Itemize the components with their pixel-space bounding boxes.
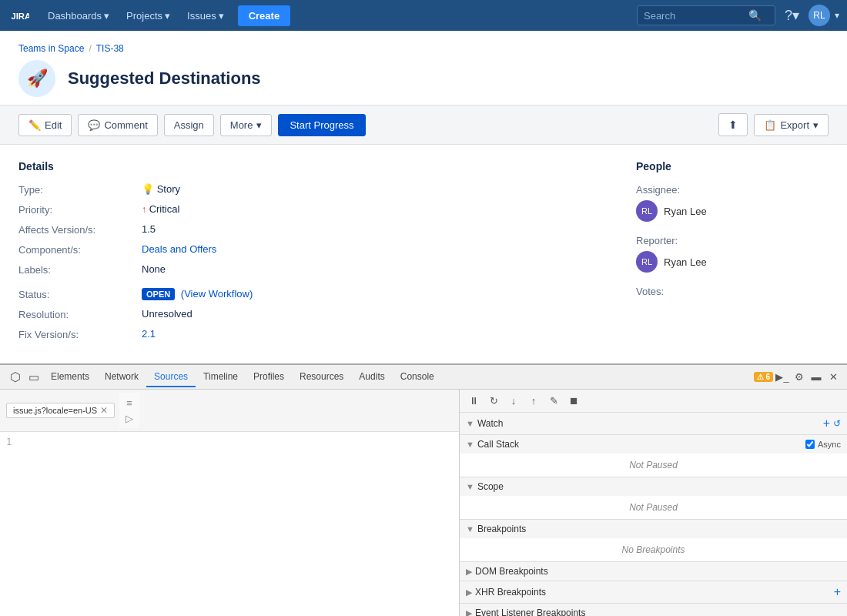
type-value: 💡 Story [142, 183, 180, 195]
top-navigation: JIRA Dashboards ▾ Projects ▾ Issues ▾ Cr… [0, 0, 847, 31]
call-stack-header[interactable]: ▼ Call Stack Async [460, 435, 847, 454]
issue-toolbar: ✏️ Edit 💬 Comment Assign More ▾ Start Pr… [0, 105, 847, 145]
file-tab-close[interactable]: ✕ [100, 405, 108, 416]
async-checkbox-row: Async [805, 440, 841, 449]
assignee-avatar: RL [636, 200, 658, 222]
breakpoints-header[interactable]: ▼ Breakpoints [460, 520, 847, 538]
event-listener-header[interactable]: ▶ Event Listener Breakpoints [460, 604, 847, 616]
scope-section: ▼ Scope Not Paused [460, 477, 847, 520]
xhr-add-btn[interactable]: + [834, 585, 841, 599]
edit-icon: ✏️ [28, 119, 41, 131]
priority-value: ↑ Critical [142, 203, 179, 215]
search-icon: 🔍 [748, 9, 762, 22]
tab-profiles[interactable]: Profiles [246, 367, 292, 387]
step-into-button[interactable]: ↓ [506, 393, 521, 409]
status-group: Status: OPEN (View Workflow) Resolution:… [18, 288, 253, 348]
issues-menu[interactable]: Issues ▾ [181, 6, 230, 25]
people-title: People [636, 160, 829, 172]
toggle-breakpoints-button[interactable]: ✎ [546, 393, 561, 409]
watch-header[interactable]: ▼ Watch + ↺ [460, 413, 847, 434]
event-listener-label: Event Listener Breakpoints [475, 608, 841, 616]
devtools-device-icon[interactable]: ▭ [25, 367, 43, 388]
step-out-button[interactable]: ↑ [526, 393, 541, 409]
xhr-breakpoints-chevron: ▶ [466, 588, 472, 598]
async-label: Async [818, 440, 841, 449]
status-label: Status: [18, 288, 142, 300]
dom-breakpoints-section: ▶ DOM Breakpoints [460, 562, 847, 581]
svg-text:JIRA: JIRA [11, 12, 29, 21]
help-menu[interactable]: ?▾ [780, 5, 804, 25]
watch-add-btn[interactable]: + [823, 417, 830, 430]
votes-label: Votes: [636, 285, 759, 297]
tab-sources[interactable]: Sources [146, 367, 196, 387]
priority-icon: ↑ [142, 204, 146, 215]
debugger-toolbar: ⏸ ↻ ↓ ↑ ✎ ⏹ [460, 390, 847, 413]
create-button[interactable]: Create [238, 5, 290, 26]
breakpoints-label: Breakpoints [477, 524, 841, 534]
comment-button[interactable]: 💬 Comment [78, 114, 157, 136]
assignee-label: Assignee: [636, 183, 759, 196]
more-button[interactable]: More ▾ [220, 114, 273, 136]
xhr-breakpoints-header[interactable]: ▶ XHR Breakpoints + [460, 581, 847, 603]
dashboards-menu[interactable]: Dashboards ▾ [42, 6, 116, 25]
file-tab[interactable]: issue.js?locale=en-US ✕ [6, 403, 115, 418]
fix-version-label: Fix Version/s: [18, 328, 142, 340]
tab-elements[interactable]: Elements [43, 367, 97, 387]
labels-value: None [142, 263, 166, 275]
tab-audits[interactable]: Audits [351, 367, 392, 387]
search-input[interactable] [644, 10, 744, 22]
scope-chevron: ▼ [466, 482, 474, 491]
component-label: Component/s: [18, 243, 142, 256]
scope-content: Not Paused [460, 496, 847, 519]
devtools-inspect-icon[interactable]: ⬡ [6, 366, 25, 388]
main-content: Details Type: 💡 Story Priority: ↑ Critic… [0, 145, 847, 363]
priority-label: Priority: [18, 203, 142, 216]
export-button[interactable]: 📋 Export ▾ [754, 114, 829, 136]
start-progress-button[interactable]: Start Progress [278, 114, 365, 136]
settings-icon[interactable]: ⚙ [792, 370, 807, 385]
jira-logo[interactable]: JIRA [8, 5, 29, 26]
pause-button[interactable]: ⏸ [466, 393, 481, 409]
assignee-name: Ryan Lee [664, 206, 707, 217]
fix-version-link[interactable]: 2.1 [142, 328, 156, 340]
deactivate-breakpoints-button[interactable]: ⏹ [566, 393, 581, 409]
component-link[interactable]: Deals and Offers [142, 243, 216, 255]
layout-icon[interactable]: ▬ [808, 370, 824, 385]
share-icon: ⬆ [728, 119, 738, 131]
watch-refresh-btn[interactable]: ↺ [833, 418, 841, 429]
scope-header[interactable]: ▼ Scope [460, 477, 847, 496]
fix-version-value: 2.1 [142, 328, 156, 340]
close-devtools-icon[interactable]: ✕ [825, 370, 841, 385]
source-toolbar: issue.js?locale=en-US ✕ ≡ ▷ [0, 390, 459, 432]
assign-button[interactable]: Assign [164, 114, 214, 136]
assignee-row: RL Ryan Lee [636, 200, 829, 222]
fix-version-row: Fix Version/s: 2.1 [18, 328, 253, 340]
edit-button[interactable]: ✏️ Edit [18, 114, 72, 136]
details-section: Details Type: 💡 Story Priority: ↑ Critic… [18, 160, 618, 348]
view-workflow-link[interactable]: (View Workflow) [181, 288, 253, 300]
export-area: ⬆ 📋 Export ▾ [718, 113, 829, 136]
share-button[interactable]: ⬆ [718, 113, 748, 136]
affects-value: 1.5 [142, 223, 156, 235]
tab-network[interactable]: Network [97, 367, 146, 387]
user-avatar[interactable]: RL [808, 5, 830, 26]
tab-timeline[interactable]: Timeline [196, 367, 246, 387]
event-listener-chevron: ▶ [466, 608, 472, 617]
step-over-button[interactable]: ↻ [486, 393, 501, 409]
async-checkbox[interactable] [805, 440, 815, 449]
search-box[interactable]: 🔍 [637, 5, 775, 25]
projects-menu[interactable]: Projects ▾ [120, 6, 176, 25]
tab-console[interactable]: Console [393, 367, 442, 387]
breadcrumb-project[interactable]: Teams in Space [18, 43, 84, 54]
watch-section: ▼ Watch + ↺ [460, 413, 847, 435]
reporter-avatar: RL [636, 251, 658, 273]
status-row: Status: OPEN (View Workflow) [18, 288, 253, 300]
expand-right-icon[interactable]: ▷ [122, 411, 136, 425]
tab-resources[interactable]: Resources [292, 367, 351, 387]
terminal-icon[interactable]: ▶_ [775, 370, 790, 385]
breadcrumb-separator: / [89, 43, 91, 54]
resolution-value: Unresolved [142, 308, 192, 320]
dom-breakpoints-header[interactable]: ▶ DOM Breakpoints [460, 562, 847, 581]
collapse-left-icon[interactable]: ≡ [122, 396, 136, 410]
breadcrumb-issue-id[interactable]: TIS-38 [96, 43, 124, 54]
